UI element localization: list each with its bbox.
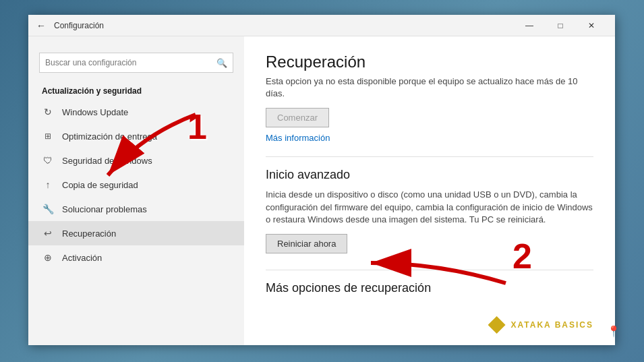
title-bar: ← Configuración — □ ✕ (28, 15, 615, 36)
reiniciar-button[interactable]: Reiniciar ahora (266, 234, 347, 253)
recovery-icon: ↩ (42, 227, 54, 239)
divider (266, 156, 593, 157)
sidebar-item-solucionar[interactable]: 🔧 Solucionar problemas (28, 197, 244, 221)
minimize-button[interactable]: — (514, 15, 545, 36)
delivery-icon: ⊞ (42, 130, 54, 142)
section2-title: Inicio avanzado (266, 168, 593, 182)
search-icon: 🔍 (216, 58, 227, 68)
xataka-logo-icon (488, 316, 506, 334)
sidebar: 🔍 Actualización y seguridad ↻ Windows Up… (28, 36, 244, 345)
sidebar-item-label: Solucionar problemas (62, 204, 147, 214)
window-content: 🔍 Actualización y seguridad ↻ Windows Up… (28, 36, 615, 345)
mas-informacion-link[interactable]: Más información (266, 133, 593, 143)
xataka-watermark: XATAKA BASICS (488, 316, 593, 334)
update-icon: ↻ (42, 106, 54, 118)
sidebar-item-activacion[interactable]: ⊕ Activación (28, 245, 244, 270)
sidebar-item-recuperacion[interactable]: ↩ Recuperación (28, 221, 244, 245)
xataka-text: XATAKA BASICS (511, 320, 593, 330)
sidebar-item-label: Recuperación (62, 229, 116, 239)
main-content: Recuperación Esta opcion ya no esta disp… (244, 36, 615, 345)
arrow2 (357, 229, 519, 297)
sidebar-category: Actualización y seguridad (28, 81, 244, 100)
maximize-button[interactable]: □ (545, 15, 576, 36)
shield-icon: 🛡 (42, 154, 54, 167)
back-button[interactable]: ← (36, 20, 46, 31)
page-title: Recuperación (266, 53, 593, 71)
arrow1 (88, 108, 209, 189)
search-input[interactable] (45, 58, 216, 67)
window-controls: — □ ✕ (514, 15, 607, 36)
window-title: Configuración (54, 21, 514, 30)
comenzar-button[interactable]: Comenzar (266, 108, 329, 127)
close-button[interactable]: ✕ (576, 15, 607, 36)
search-box[interactable]: 🔍 (39, 53, 233, 73)
backup-icon: ↑ (42, 179, 54, 191)
section2-desc: Inicia desde un dispositivo o disco (com… (266, 189, 593, 226)
section1-desc: Esta opcion ya no esta disponible porque… (266, 76, 593, 100)
location-icon: 📍 (607, 325, 620, 338)
activation-icon: ⊕ (42, 251, 54, 264)
sidebar-item-label: Activación (62, 253, 102, 263)
troubleshoot-icon: 🔧 (42, 203, 54, 215)
